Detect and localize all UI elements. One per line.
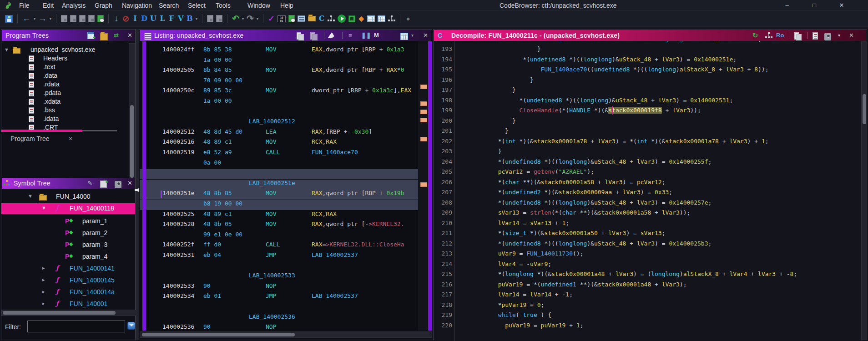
- tree-item-text[interactable]: .text: [1, 63, 135, 72]
- next-function-icon[interactable]: [88, 15, 95, 22]
- disable-icon[interactable]: ⊘: [122, 14, 129, 24]
- tree-root-unpacked-scvhost[interactable]: ▼unpacked_scvhost.exe: [1, 46, 135, 55]
- listing-row[interactable]: 14000251e48 8b 85MOVRAX,qword ptr [RBP +…: [140, 190, 418, 200]
- table-export-icon[interactable]: [378, 15, 385, 22]
- decompile-line[interactable]: 215 *(longlong *)(&stack0x00001a48 + lVa…: [434, 271, 862, 281]
- snapshot-icon[interactable]: [97, 15, 104, 22]
- call-tree-icon[interactable]: [388, 15, 395, 22]
- symbol-tree-hscrollbar[interactable]: [1, 310, 136, 316]
- listing-row[interactable]: 1a 00 00: [140, 97, 418, 107]
- listing-row[interactable]: 99 e1 0e 00: [140, 231, 418, 241]
- nav-forward-dropdown-icon[interactable]: ▾: [49, 14, 52, 24]
- binary-view-icon[interactable]: 1001: [278, 15, 286, 22]
- menu-help[interactable]: Help: [278, 0, 296, 11]
- tree-item-xdata[interactable]: .xdata: [1, 98, 135, 106]
- decompile-dropdown-icon[interactable]: ▾: [838, 32, 840, 39]
- decompile-line[interactable]: 216 puVar19 = *(undefined1 **)(&stack0x0…: [434, 281, 862, 291]
- bookmark-mark[interactable]: [420, 101, 427, 106]
- new-tree-icon[interactable]: [87, 32, 94, 39]
- memory-chip-icon[interactable]: [348, 15, 355, 22]
- tree-item-pdata[interactable]: .pdata: [1, 89, 135, 98]
- symbol-selected-function[interactable]: ▼ƒFUN_14000118: [1, 203, 135, 214]
- decompile-line[interactable]: 193 }: [434, 45, 862, 55]
- listing-close-icon[interactable]: ✕: [423, 32, 428, 39]
- decompile-line[interactable]: 219 while( true ) {: [434, 311, 862, 321]
- listing-row[interactable]: [140, 303, 418, 313]
- symbol-param-1[interactable]: P◆param_1: [1, 216, 135, 227]
- menu-graph[interactable]: Graph: [92, 0, 115, 11]
- listing-row[interactable]: 14000252848 8b 05MOVRAX,qword ptr [->KER…: [140, 221, 418, 231]
- menu-window[interactable]: Window: [245, 0, 273, 11]
- decompile-line[interactable]: 203 }: [434, 148, 862, 158]
- listing-hscrollbar[interactable]: [140, 331, 432, 338]
- edit-pencil-icon[interactable]: ✎: [87, 180, 92, 187]
- export-page-icon[interactable]: [812, 32, 818, 40]
- clear-code-icon[interactable]: C: [318, 14, 325, 24]
- decompile-line[interactable]: 208 *(undefined8 *)((longlong)&uStack_48…: [434, 199, 862, 209]
- letter-i-button[interactable]: I: [132, 14, 138, 24]
- snapshot-view-icon[interactable]: [310, 32, 315, 40]
- listing-row[interactable]: 14000252fff d0CALLRAX=>KERNEL32.DLL::Clo…: [140, 241, 418, 251]
- listing-row[interactable]: [140, 108, 418, 118]
- menu-search[interactable]: Search: [156, 0, 182, 11]
- decompile-content[interactable]: FUN_1400ace70((undefined8 *)((longlong)a…: [434, 41, 862, 341]
- decompile-line[interactable]: 213 uVar9 = FUN_140011730();: [434, 250, 862, 260]
- letters-dropdown-icon[interactable]: ▾: [195, 14, 198, 24]
- decompile-line[interactable]: 199 CloseHandle(*(HANDLE *)(&stack0x0000…: [434, 107, 862, 117]
- cursor-tool-icon[interactable]: [328, 32, 335, 40]
- save-icon[interactable]: [5, 15, 13, 23]
- menu-tools[interactable]: Tools: [213, 0, 233, 11]
- next-data-icon[interactable]: [70, 15, 76, 22]
- listing-row[interactable]: 1a 00 00: [140, 56, 418, 66]
- decompile-snapshot-icon[interactable]: [824, 33, 831, 40]
- decompile-line[interactable]: 211 *(size_t *)(&stack0x00001a50 + lVar3…: [434, 230, 862, 240]
- letter-l-button[interactable]: L: [159, 14, 166, 24]
- listing-row[interactable]: 140002531eb 04JMPLAB_140002537: [140, 251, 418, 261]
- decompile-line[interactable]: 200 }: [434, 117, 862, 127]
- tab-close-icon[interactable]: ×: [69, 133, 72, 144]
- decompile-line[interactable]: 202 *(int *)(&stack0x00001a78 + lVar3) =…: [434, 138, 862, 148]
- listing-row[interactable]: LAB_140002533: [140, 272, 418, 282]
- listing-row[interactable]: 14000251648 89 c1MOVRCX,RAX: [140, 138, 418, 148]
- duplicate-view-icon[interactable]: [297, 32, 301, 40]
- bookmark-mark[interactable]: [420, 85, 427, 89]
- nav-back-icon[interactable]: ←: [22, 14, 31, 24]
- letter-d-button[interactable]: D: [141, 14, 147, 24]
- nav-back-dropdown-icon[interactable]: ▾: [33, 14, 36, 24]
- datatype-manager-icon[interactable]: [308, 16, 316, 21]
- decompile-line[interactable]: 217 lVar14 = lVar14 + -1;: [434, 291, 862, 301]
- undo-icon[interactable]: ↶: [232, 14, 239, 24]
- listing-row[interactable]: 1400024ff8b 85 38MOVEAX,dword ptr [RBP +…: [140, 46, 418, 56]
- filter-input[interactable]: [27, 321, 125, 332]
- decompile-line[interactable]: 218 *puVar19 = 0;: [434, 301, 862, 311]
- decompile-line[interactable]: 201 }: [434, 127, 862, 137]
- listing-row[interactable]: LAB_14000251e: [140, 180, 418, 190]
- refresh-tree-icon[interactable]: ⇄: [114, 32, 119, 39]
- tree-item-bss[interactable]: .bss: [1, 106, 135, 115]
- symbol-tree-toolbar-icon[interactable]: [328, 15, 335, 22]
- refresh-icon[interactable]: ↻: [752, 32, 758, 39]
- function-graph-icon[interactable]: [765, 32, 772, 40]
- copy-icon[interactable]: [794, 32, 799, 40]
- listing-row[interactable]: 14000250c89 85 3cMOVdword ptr [RBP + 0x1…: [140, 87, 418, 97]
- memory-map-icon[interactable]: [298, 15, 305, 22]
- import-icon[interactable]: [288, 15, 295, 22]
- close-button[interactable]: ✕: [834, 0, 849, 11]
- decompile-line[interactable]: 220 puVar19 = puVar19 + 1;: [434, 322, 862, 332]
- decompile-line[interactable]: 209 sVar13 = strlen(*(char **)(&stack0x0…: [434, 209, 862, 219]
- table-view-icon[interactable]: [367, 15, 375, 22]
- listing-table-icon[interactable]: [400, 33, 408, 40]
- bookmark-mark[interactable]: [420, 137, 427, 141]
- memory-m-icon[interactable]: M: [374, 32, 379, 39]
- edit-fields-icon[interactable]: ≡: [348, 32, 352, 39]
- listing-row[interactable]: 70 09 00 00: [140, 77, 418, 87]
- diamond-icon[interactable]: ◆: [358, 14, 364, 24]
- listing-row[interactable]: 140002519e8 52 a9CALLFUN_1400ace70: [140, 149, 418, 159]
- decompile-line[interactable]: 207 *(undefined2 *)(&stack0x000009aa + l…: [434, 189, 862, 199]
- listing-row[interactable]: 14000253690NOP: [140, 323, 418, 331]
- filter-icon[interactable]: [127, 322, 135, 330]
- menu-analysis[interactable]: Analysis: [59, 0, 88, 11]
- nav-forward-icon[interactable]: →: [38, 14, 47, 24]
- redo-icon[interactable]: ↷: [247, 14, 254, 24]
- bookmark-mark[interactable]: [420, 118, 427, 122]
